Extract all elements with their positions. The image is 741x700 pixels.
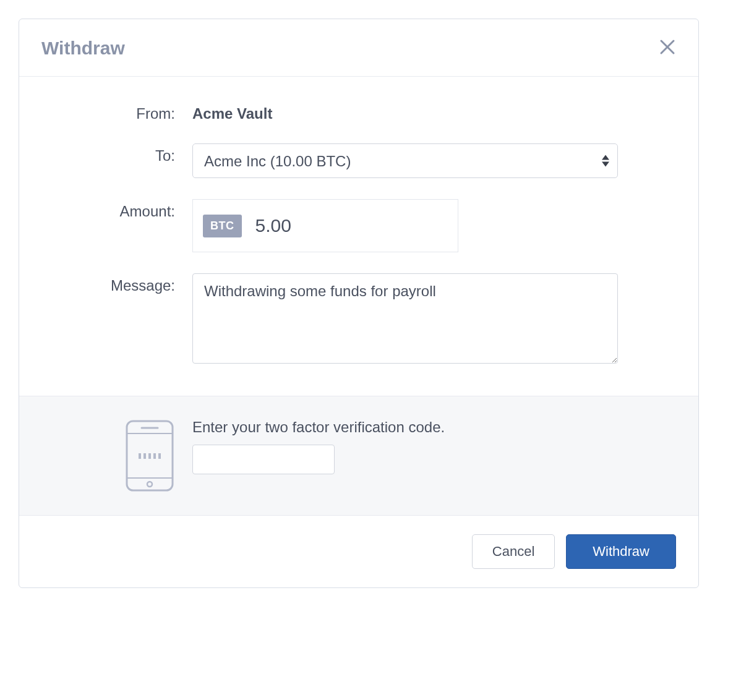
to-label: To: (19, 143, 192, 164)
to-select[interactable]: Acme Inc (10.00 BTC) (192, 143, 618, 178)
twofa-code-input[interactable] (192, 445, 335, 474)
currency-badge: BTC (203, 215, 242, 237)
from-label: From: (19, 101, 192, 122)
to-row: To: Acme Inc (10.00 BTC) (19, 143, 698, 178)
modal-footer: Cancel Withdraw (19, 516, 698, 587)
twofa-section: Enter your two factor verification code. (19, 396, 698, 516)
amount-input-group: BTC (192, 199, 458, 252)
from-value: Acme Vault (192, 101, 618, 122)
svg-rect-11 (158, 453, 161, 459)
svg-rect-9 (148, 453, 151, 459)
svg-rect-8 (143, 453, 146, 459)
twofa-prompt: Enter your two factor verification code. (192, 419, 698, 436)
close-icon[interactable] (659, 38, 676, 58)
cancel-button[interactable]: Cancel (472, 534, 555, 569)
amount-label: Amount: (19, 199, 192, 220)
amount-input[interactable] (255, 215, 379, 236)
modal-body: From: Acme Vault To: Acme Inc (10.00 BTC… (19, 77, 698, 396)
message-textarea[interactable] (192, 273, 618, 364)
withdraw-modal: Withdraw From: Acme Vault To: Acme Inc (… (19, 19, 699, 588)
message-label: Message: (19, 273, 192, 294)
modal-header: Withdraw (19, 19, 698, 77)
svg-point-6 (147, 482, 152, 487)
svg-rect-10 (153, 453, 156, 459)
modal-title: Withdraw (41, 38, 125, 59)
amount-row: Amount: BTC (19, 199, 698, 252)
message-row: Message: (19, 273, 698, 366)
withdraw-button[interactable]: Withdraw (566, 534, 676, 569)
from-row: From: Acme Vault (19, 101, 698, 122)
svg-rect-7 (139, 453, 141, 459)
phone-icon (124, 419, 175, 493)
